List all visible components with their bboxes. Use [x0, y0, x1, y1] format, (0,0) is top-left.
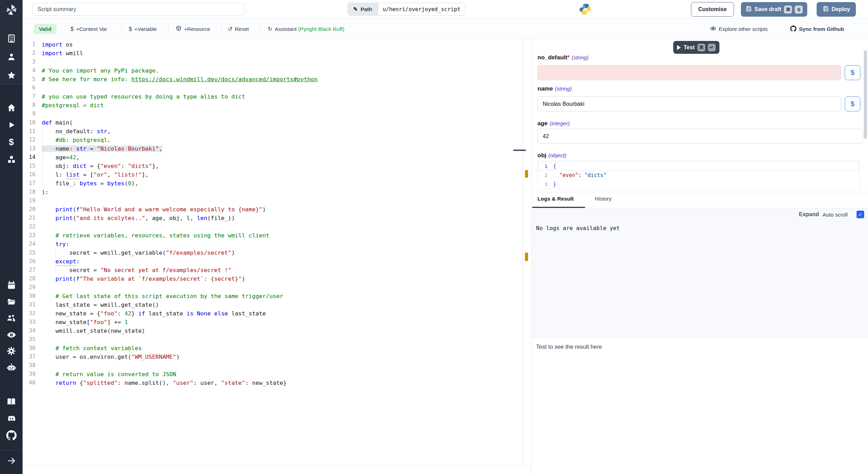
line-number: 12	[23, 136, 35, 144]
code-line[interactable]: 11 no_default: str,	[23, 127, 522, 136]
code-line[interactable]: 7# you can use typed resources by doing …	[23, 92, 522, 101]
code-line[interactable]: 14 age=42,	[23, 153, 522, 162]
code-line[interactable]: 30 # Get last state of this script execu…	[23, 292, 522, 301]
code-line[interactable]: 22	[23, 222, 522, 231]
code-line[interactable]: 3	[23, 58, 522, 66]
code-line[interactable]: 36 # fetch context variables	[23, 344, 522, 353]
code-line[interactable]: 2import wmill	[23, 49, 522, 58]
test-button[interactable]: Test ⌘ ↵	[673, 41, 719, 54]
code-line[interactable]: 33 new_state["foo"] += 1	[23, 318, 522, 327]
code-line[interactable]: 35	[23, 335, 522, 344]
name-input[interactable]	[537, 96, 841, 111]
obj-editor-line[interactable]: 1{	[538, 162, 859, 171]
code-line[interactable]: 16 l: list = ["or", "lists!"],	[23, 170, 522, 179]
code-line[interactable]: 13····name:·str·=·"Nicolas·Bourbaki",	[23, 144, 522, 153]
code-line[interactable]: 27 secret = "No secret yet at f/examples…	[23, 266, 522, 274]
line-number: 29	[23, 283, 35, 292]
autoscroll-checkbox[interactable]: ✓	[857, 211, 864, 218]
code-line[interactable]: 20 print(f"Hello World and a warm welcom…	[23, 205, 522, 214]
code-line[interactable]: 40 return {"splitted": name.split(), "us…	[23, 379, 522, 387]
code-line[interactable]: 18):	[23, 188, 522, 196]
script-summary-input[interactable]	[32, 3, 245, 16]
age-input[interactable]	[537, 129, 863, 144]
star-icon[interactable]	[0, 70, 23, 80]
panel-scrollbar[interactable]	[864, 50, 867, 139]
windmill-logo-icon[interactable]	[0, 3, 23, 17]
reset-button[interactable]: ↺ Reset	[228, 24, 249, 34]
line-number: 5	[23, 75, 35, 84]
line-number: 35	[23, 335, 35, 344]
dollar-icon: $	[70, 26, 74, 32]
workspace-building-icon[interactable]	[0, 34, 23, 43]
tab-history[interactable]: History	[595, 196, 611, 202]
line-number: 34	[23, 327, 35, 335]
sync-from-github-button[interactable]: Sync from Github	[790, 24, 844, 34]
add-resource-button[interactable]: +Resource	[176, 24, 210, 34]
line-number: 30	[23, 292, 35, 301]
field-label-name: name(string)	[537, 85, 572, 92]
code-line[interactable]: 10def main(	[23, 118, 522, 127]
code-line[interactable]: 15 obj: dict = {"even": "dicts"},	[23, 162, 522, 170]
schedules-calendar-icon[interactable]	[0, 280, 23, 290]
groups-users-gear-icon[interactable]	[0, 313, 23, 323]
audit-eye-icon[interactable]	[0, 330, 23, 340]
settings-gear-icon[interactable]	[0, 346, 23, 356]
line-number: 25	[23, 248, 35, 257]
add-context-var-button[interactable]: $ +Context Var	[70, 24, 107, 34]
line-number: 38	[23, 361, 35, 370]
variables-dollar-icon[interactable]: $	[0, 137, 23, 147]
insert-variable-button[interactable]: $	[845, 96, 860, 111]
collapse-arrow-right-icon[interactable]	[0, 456, 23, 466]
code-line[interactable]: 29	[23, 283, 522, 292]
sidebar-divider-bottom	[0, 450, 23, 450]
code-line[interactable]: 32 new_state = {"foo": 42} if last_state…	[23, 309, 522, 318]
save-draft-button[interactable]: Save draft ⌘ S	[741, 2, 807, 17]
github-icon	[790, 25, 796, 33]
tab-logs-result[interactable]: Logs & Result	[537, 196, 574, 202]
code-editor[interactable]: 1import os2import wmill34# You can impor…	[23, 39, 523, 466]
home-icon[interactable]	[0, 103, 23, 112]
expand-button[interactable]: Expand	[799, 211, 819, 218]
path-edit-button[interactable]: ✎ Path	[348, 3, 378, 16]
code-line[interactable]: 25 secret = wmill.get_variable("f/exampl…	[23, 248, 522, 257]
user-icon[interactable]	[0, 52, 23, 62]
code-line[interactable]: 21 print("and its acolytes..", age, obj,…	[23, 214, 522, 222]
folders-icon[interactable]	[0, 297, 23, 307]
no-default-input[interactable]	[537, 65, 841, 80]
discord-icon[interactable]	[0, 413, 23, 424]
deploy-button[interactable]: Deploy	[817, 2, 856, 17]
code-line[interactable]: 24 try:	[23, 240, 522, 248]
obj-editor-line[interactable]: 3}	[538, 180, 859, 189]
docs-book-icon[interactable]	[0, 397, 23, 407]
code-line[interactable]: 31 last_state = wmill.get_state()	[23, 301, 522, 309]
code-line[interactable]: 23 # retrieve variables, resources, stat…	[23, 231, 522, 240]
ai-robot-icon[interactable]	[0, 362, 23, 373]
code-line[interactable]: 19	[23, 196, 522, 205]
code-line[interactable]: 9	[23, 110, 522, 118]
code-line[interactable]: 1import os	[23, 40, 522, 49]
panel-splitter-handle[interactable]	[513, 150, 526, 151]
explore-other-scripts-button[interactable]: Explore other scripts	[710, 24, 768, 34]
obj-json-editor[interactable]: 1{2 "even": "dicts"3}	[537, 161, 860, 190]
selected-text: ····name:·str·=·"Nicolas·Bourbaki",	[42, 145, 162, 152]
code-line[interactable]: 37 user = os.environ.get("WM_USERNAME")	[23, 353, 522, 361]
code-line[interactable]: 38	[23, 361, 522, 370]
insert-variable-button[interactable]: $	[845, 65, 860, 80]
code-line[interactable]: 6	[23, 84, 522, 92]
code-line[interactable]: 12 #db: postgresql,	[23, 136, 522, 144]
code-line[interactable]: 4# You can import any PyPi package.	[23, 66, 522, 75]
code-line[interactable]: 5# See here for more info: https://docs.…	[23, 75, 522, 84]
code-line[interactable]: 8#postgresql = dict	[23, 101, 522, 110]
code-line[interactable]: 39 # return value is converted to JSON	[23, 370, 522, 379]
code-line[interactable]: 17 file_: bytes = bytes(0),	[23, 179, 522, 188]
customise-button[interactable]: Customise	[691, 2, 734, 17]
obj-editor-line[interactable]: 2 "even": "dicts"	[538, 171, 859, 180]
assistant-button[interactable]: ↻ Assistant (Pyright Black Ruff)	[268, 24, 344, 34]
github-icon[interactable]	[0, 430, 23, 440]
runs-play-icon[interactable]	[0, 120, 23, 129]
code-line[interactable]: 26 except:	[23, 257, 522, 266]
resources-cubes-icon[interactable]	[0, 155, 23, 164]
code-line[interactable]: 28 print(f"The variable at `f/examples/s…	[23, 274, 522, 283]
code-line[interactable]: 34 wmill.set_state(new_state)	[23, 327, 522, 335]
add-variable-button[interactable]: $ +Variable	[129, 24, 157, 34]
